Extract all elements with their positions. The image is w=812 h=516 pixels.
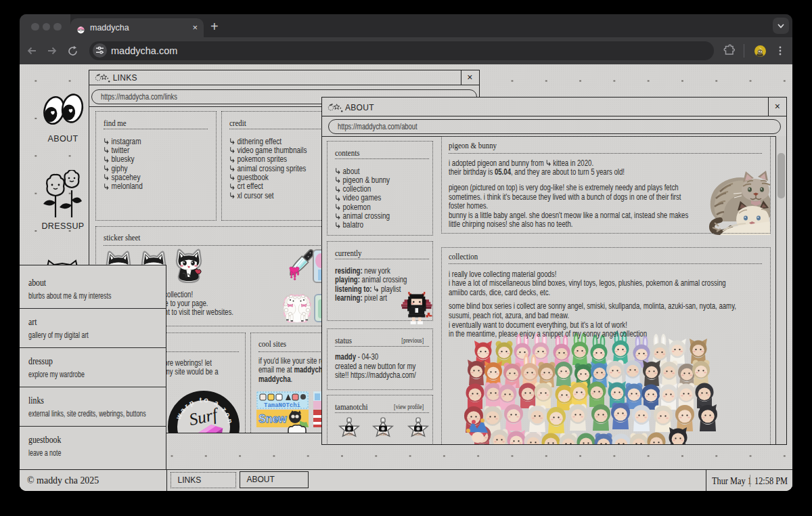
svg-text:GLED: GLED xyxy=(345,433,354,436)
svg-text:Snew: Snew xyxy=(258,413,287,425)
svg-text:GLED: GLED xyxy=(414,433,423,436)
svg-text:TamaNOTchi: TamaNOTchi xyxy=(264,402,301,409)
svg-text:GLED: GLED xyxy=(379,433,388,436)
